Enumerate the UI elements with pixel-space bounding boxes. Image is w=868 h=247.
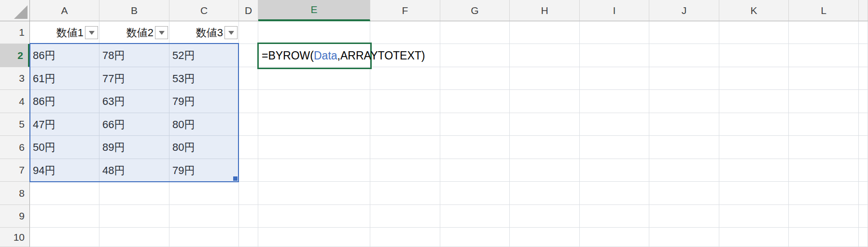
grid-cell-K4[interactable] xyxy=(719,90,789,113)
grid-cell-L3[interactable] xyxy=(789,67,859,90)
table-cell-A3[interactable]: 61円 xyxy=(30,67,99,90)
grid-cell-J5[interactable] xyxy=(649,113,719,136)
row-header-3[interactable]: 3 xyxy=(0,67,30,90)
table-cell-B2[interactable]: 78円 xyxy=(99,44,169,67)
grid-cell-I4[interactable] xyxy=(580,90,649,113)
grid-cell-G3[interactable] xyxy=(440,67,510,90)
grid-cell-M4[interactable] xyxy=(859,90,868,113)
filter-dropdown-button[interactable] xyxy=(85,26,98,39)
table-cell-A2[interactable]: 86円 xyxy=(30,44,99,67)
grid-cell-H7[interactable] xyxy=(510,159,580,182)
table-cell-B5[interactable]: 66円 xyxy=(99,113,169,136)
grid-cell-I3[interactable] xyxy=(580,67,649,90)
grid-cell-M6[interactable] xyxy=(859,136,868,159)
grid-cell-D8[interactable] xyxy=(239,182,258,205)
grid-cell-I5[interactable] xyxy=(580,113,649,136)
active-cell-editor[interactable]: =BYROW(Data,ARRAYTOTEXT) xyxy=(257,43,372,69)
grid-cell-H4[interactable] xyxy=(510,90,580,113)
grid-cell-A10[interactable] xyxy=(30,228,99,247)
grid-cell-M1[interactable] xyxy=(859,21,868,44)
grid-cell-L8[interactable] xyxy=(789,182,859,205)
grid-cell-E4[interactable] xyxy=(258,90,370,113)
grid-cell-F8[interactable] xyxy=(370,182,440,205)
grid-cell-L6[interactable] xyxy=(789,136,859,159)
grid-cell-K9[interactable] xyxy=(719,205,789,228)
row-header-10[interactable]: 10 xyxy=(0,228,30,247)
grid-cell-I8[interactable] xyxy=(580,182,649,205)
grid-cell-I1[interactable] xyxy=(580,21,649,44)
column-header-i[interactable]: I xyxy=(580,0,649,21)
grid-cell-J6[interactable] xyxy=(649,136,719,159)
grid-cell-J7[interactable] xyxy=(649,159,719,182)
grid-cell-K1[interactable] xyxy=(719,21,789,44)
grid-cell-H9[interactable] xyxy=(510,205,580,228)
table-cell-A5[interactable]: 47円 xyxy=(30,113,99,136)
grid-cell-L7[interactable] xyxy=(789,159,859,182)
grid-cell-J1[interactable] xyxy=(649,21,719,44)
row-header-6[interactable]: 6 xyxy=(0,136,30,159)
table-cell-C5[interactable]: 80円 xyxy=(169,113,239,136)
grid-cell-F10[interactable] xyxy=(370,228,440,247)
grid-cell-G8[interactable] xyxy=(440,182,510,205)
row-header-2[interactable]: 2 xyxy=(0,44,30,67)
grid-cell-G6[interactable] xyxy=(440,136,510,159)
grid-cell-F6[interactable] xyxy=(370,136,440,159)
grid-cell-F5[interactable] xyxy=(370,113,440,136)
grid-cell-B10[interactable] xyxy=(99,228,169,247)
grid-cell-M8[interactable] xyxy=(859,182,868,205)
grid-cell-I7[interactable] xyxy=(580,159,649,182)
grid-cell-E1[interactable] xyxy=(258,21,370,44)
grid-cell-C8[interactable] xyxy=(169,182,239,205)
table-header-cell-c1[interactable]: 数値3 xyxy=(169,21,239,44)
grid-cell-K3[interactable] xyxy=(719,67,789,90)
table-cell-C6[interactable]: 80円 xyxy=(169,136,239,159)
grid-cell-L1[interactable] xyxy=(789,21,859,44)
grid-cell-G5[interactable] xyxy=(440,113,510,136)
grid-cell-H5[interactable] xyxy=(510,113,580,136)
grid-cell-I10[interactable] xyxy=(580,228,649,247)
grid-cell-D1[interactable] xyxy=(239,21,258,44)
grid-cell-M2[interactable] xyxy=(859,44,868,67)
grid-cell-D3[interactable] xyxy=(239,67,258,90)
column-header-b[interactable]: B xyxy=(99,0,169,21)
grid-cell-H3[interactable] xyxy=(510,67,580,90)
grid-cell-L2[interactable] xyxy=(789,44,859,67)
grid-cell-K2[interactable] xyxy=(719,44,789,67)
table-cell-B6[interactable]: 89円 xyxy=(99,136,169,159)
row-header-8[interactable]: 8 xyxy=(0,182,30,205)
table-header-cell-b1[interactable]: 数値2 xyxy=(99,21,169,44)
table-cell-A6[interactable]: 50円 xyxy=(30,136,99,159)
grid-cell-I2[interactable] xyxy=(580,44,649,67)
grid-cell-H1[interactable] xyxy=(510,21,580,44)
grid-cell-G4[interactable] xyxy=(440,90,510,113)
grid-cell-H10[interactable] xyxy=(510,228,580,247)
grid-cell-J9[interactable] xyxy=(649,205,719,228)
grid-cell-B8[interactable] xyxy=(99,182,169,205)
table-cell-B4[interactable]: 63円 xyxy=(99,90,169,113)
row-header-1[interactable]: 1 xyxy=(0,21,30,44)
filter-dropdown-button[interactable] xyxy=(224,26,238,39)
grid-cell-D2[interactable] xyxy=(239,44,258,67)
grid-cell-M3[interactable] xyxy=(859,67,868,90)
table-cell-B7[interactable]: 48円 xyxy=(99,159,169,182)
grid-cell-J4[interactable] xyxy=(649,90,719,113)
grid-cell-J10[interactable] xyxy=(649,228,719,247)
column-header-j[interactable]: J xyxy=(649,0,719,21)
column-header-a[interactable]: A xyxy=(30,0,99,21)
grid-cell-E7[interactable] xyxy=(258,159,370,182)
range-resize-handle[interactable] xyxy=(233,176,238,181)
column-header-g[interactable]: G xyxy=(440,0,510,21)
grid-cell-G2[interactable] xyxy=(440,44,510,67)
grid-cell-F4[interactable] xyxy=(370,90,440,113)
table-cell-B3[interactable]: 77円 xyxy=(99,67,169,90)
grid-cell-D10[interactable] xyxy=(239,228,258,247)
grid-cell-E5[interactable] xyxy=(258,113,370,136)
grid-cell-F3[interactable] xyxy=(370,67,440,90)
grid-cell-I9[interactable] xyxy=(580,205,649,228)
grid-cell-B9[interactable] xyxy=(99,205,169,228)
grid-cell-D7[interactable] xyxy=(239,159,258,182)
column-header-l[interactable]: L xyxy=(789,0,859,21)
column-header-h[interactable]: H xyxy=(510,0,580,21)
grid-cell-D9[interactable] xyxy=(239,205,258,228)
select-all-button[interactable] xyxy=(0,0,30,21)
